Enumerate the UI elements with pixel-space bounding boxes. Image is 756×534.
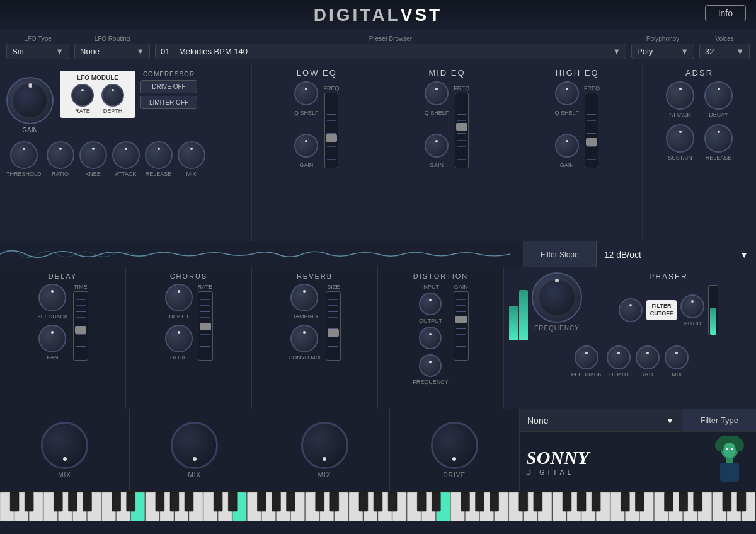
chorus-glide-knob[interactable] <box>165 325 193 352</box>
reverb-convo-knob[interactable] <box>290 325 318 352</box>
adsr-attack-knob[interactable] <box>666 81 694 110</box>
reverb-controls: DAMPING CONVO MIX SIZE <box>289 284 341 361</box>
filter-none-value: None <box>527 415 548 426</box>
delay-time-fader[interactable] <box>73 291 88 361</box>
distortion-input-knob[interactable] <box>419 293 442 315</box>
distortion-drive-knob[interactable] <box>431 422 478 469</box>
chorus-rate-thumb[interactable] <box>200 323 211 330</box>
distortion-gain-fader[interactable] <box>454 291 469 361</box>
svg-rect-95 <box>694 492 702 511</box>
chorus-mix-knob[interactable] <box>171 422 218 469</box>
attack-wrap: ATTACK <box>112 141 140 177</box>
comp-mix-knob[interactable] <box>178 141 205 169</box>
filter-slope-arrow[interactable]: ▼ <box>740 250 748 260</box>
attack-knob[interactable] <box>112 141 140 169</box>
adsr-sustain-knob[interactable] <box>666 124 694 153</box>
reverb-damping-knob[interactable] <box>290 284 318 311</box>
eq-adsr-area: LOW EQ Q SHELF GAIN FREQ <box>252 64 756 241</box>
gain-section: GAIN <box>6 71 54 134</box>
pitch-knob[interactable] <box>680 294 704 318</box>
delay-panel: DELAY FEEDBACK PAN TIME <box>0 267 126 409</box>
distortion-gain-thumb[interactable] <box>455 316 467 323</box>
reverb-mix-knob[interactable] <box>301 422 348 469</box>
low-eq-gain-knob[interactable] <box>294 134 318 158</box>
phaser-mix-knob[interactable] <box>665 345 689 369</box>
knee-knob[interactable] <box>79 141 107 169</box>
adsr-release-wrap: RELEASE <box>704 124 733 161</box>
chorus-rate-label: RATE <box>198 284 212 290</box>
high-eq-knob-col: Q SHELF GAIN <box>554 81 579 168</box>
adsr-release-knob[interactable] <box>704 124 733 153</box>
distortion-freq-knob[interactable] <box>419 354 442 377</box>
mid-eq-fader-thumb[interactable] <box>456 123 467 131</box>
filter-cutoff-knob[interactable] <box>619 298 643 322</box>
phaser-fader-1[interactable] <box>708 285 718 335</box>
mid-eq-panel: MID EQ Q SHELF GAIN FREQ <box>382 64 513 241</box>
lfo-rate-knob[interactable] <box>71 84 94 107</box>
svg-rect-79 <box>374 492 382 511</box>
phaser-feedback-knob[interactable] <box>575 345 598 369</box>
gain-label: GAIN <box>22 127 37 134</box>
mid-eq-fader-track[interactable] <box>455 93 469 168</box>
chorus-rate-fader[interactable] <box>198 291 213 361</box>
phaser-freq-knob[interactable] <box>532 272 582 323</box>
fader-line <box>327 102 336 102</box>
attack-label: ATTACK <box>115 171 136 177</box>
lfo-type-dropdown[interactable]: Sin ▼ <box>6 44 69 59</box>
left-panel: GAIN LFO MODULE RATE DEPTH <box>0 64 252 241</box>
filter-type-button[interactable]: Filter Type <box>682 409 756 431</box>
threshold-knob[interactable] <box>10 141 38 169</box>
high-eq-q-shelf-knob[interactable] <box>555 81 579 105</box>
distortion-controls: INPUT OUTPUT FREQUENCY GAIN <box>413 284 469 385</box>
filter-cutoff-button[interactable]: FILTERCUTOFF <box>646 300 677 320</box>
lfo-rate-label: RATE <box>75 108 89 114</box>
mid-eq-q-shelf-knob[interactable] <box>425 81 449 105</box>
reverb-size-fader[interactable] <box>326 291 341 361</box>
high-eq-gain-knob[interactable] <box>555 134 579 158</box>
phaser-rate-knob[interactable] <box>636 345 660 369</box>
preset-dropdown[interactable]: 01 – Melodies BPM 140 ▼ <box>155 44 626 59</box>
low-eq-fader-thumb[interactable] <box>326 134 337 142</box>
lfo-depth-knob[interactable] <box>101 84 124 107</box>
adsr-attack-label: ATTACK <box>669 112 690 118</box>
low-eq-fader-track[interactable] <box>324 93 338 168</box>
mid-eq-freq-fader: FREQ <box>454 85 469 168</box>
svg-rect-86 <box>519 492 528 511</box>
voices-dropdown[interactable]: 32 ▼ <box>699 44 750 59</box>
app-title: DIGITALVST <box>314 5 442 25</box>
lfo-type-arrow: ▼ <box>55 47 64 56</box>
mid-eq-gain-knob[interactable] <box>425 134 449 158</box>
info-button[interactable]: Info <box>705 5 746 21</box>
release-wrap: RELEASE <box>145 141 173 177</box>
delay-pan-knob[interactable] <box>38 325 66 352</box>
voices-label: Voices <box>715 35 733 42</box>
fader-line <box>327 159 336 160</box>
threshold-wrap: THRESHOLD <box>6 141 42 177</box>
lfo-routing-dropdown[interactable]: None ▼ <box>74 44 150 59</box>
limiter-off-button[interactable]: LIMITER OFF <box>140 96 197 109</box>
polyphony-dropdown[interactable]: Poly ▼ <box>631 44 694 59</box>
mid-eq-title: MID EQ <box>428 68 465 78</box>
filter-none-dropdown[interactable]: None ▼ <box>520 409 682 431</box>
ratio-label: RATIO <box>52 171 69 177</box>
gain-knob[interactable] <box>6 77 54 124</box>
adsr-decay-knob[interactable] <box>704 81 733 110</box>
drive-off-button[interactable]: DRIVE OFF <box>140 80 197 93</box>
high-eq-controls: Q SHELF GAIN FREQ <box>554 81 600 168</box>
low-eq-q-shelf-knob[interactable] <box>294 81 318 105</box>
phaser-freq-label: FREQUENCY <box>534 325 580 332</box>
chorus-knob-col: DEPTH GLIDE <box>165 284 193 361</box>
phaser-depth-knob[interactable] <box>607 345 631 369</box>
reverb-size-thumb[interactable] <box>328 329 339 337</box>
delay-feedback-knob[interactable] <box>38 284 66 311</box>
release-knob[interactable] <box>145 141 173 169</box>
high-eq-fader-thumb[interactable] <box>586 138 597 146</box>
filter-slope-button[interactable]: Filter Slope <box>524 241 597 268</box>
delay-time-thumb[interactable] <box>75 326 86 334</box>
delay-mix-knob[interactable] <box>41 422 88 469</box>
adsr-decay-wrap: DECAY <box>704 81 733 118</box>
ratio-knob[interactable] <box>47 141 74 169</box>
chorus-depth-knob[interactable] <box>165 284 193 311</box>
distortion-output-knob[interactable] <box>419 327 442 349</box>
high-eq-fader-track[interactable] <box>585 93 598 168</box>
